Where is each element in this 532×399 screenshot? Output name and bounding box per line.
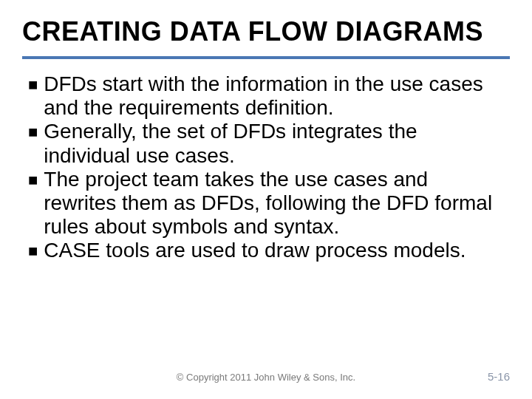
- square-bullet-icon: ■: [28, 171, 38, 189]
- bullet-item: ■ DFDs start with the information in the…: [28, 72, 504, 120]
- square-bullet-icon: ■: [28, 242, 38, 260]
- square-bullet-icon: ■: [28, 123, 38, 141]
- bullet-text: DFDs start with the information in the u…: [44, 72, 504, 120]
- bullet-item: ■ Generally, the set of DFDs integrates …: [28, 120, 504, 167]
- bullet-item: ■ CASE tools are used to draw process mo…: [28, 239, 504, 262]
- page-number: 5-16: [488, 370, 510, 383]
- square-bullet-icon: ■: [28, 75, 38, 94]
- content-area: ■ DFDs start with the information in the…: [22, 72, 510, 263]
- bullet-text: CASE tools are used to draw process mode…: [44, 239, 466, 262]
- slide-container: CREATING DATA FLOW DIAGRAMS ■ DFDs start…: [0, 0, 532, 399]
- copyright-text: © Copyright 2011 John Wiley & Sons, Inc.: [22, 372, 510, 383]
- slide-title: CREATING DATA FLOW DIAGRAMS: [22, 16, 510, 55]
- bullet-text: Generally, the set of DFDs integrates th…: [44, 120, 504, 167]
- title-underline: [22, 56, 510, 59]
- bullet-text: The project team takes the use cases and…: [44, 168, 504, 239]
- bullet-item: ■ The project team takes the use cases a…: [28, 168, 504, 239]
- slide-footer: © Copyright 2011 John Wiley & Sons, Inc.…: [0, 372, 532, 383]
